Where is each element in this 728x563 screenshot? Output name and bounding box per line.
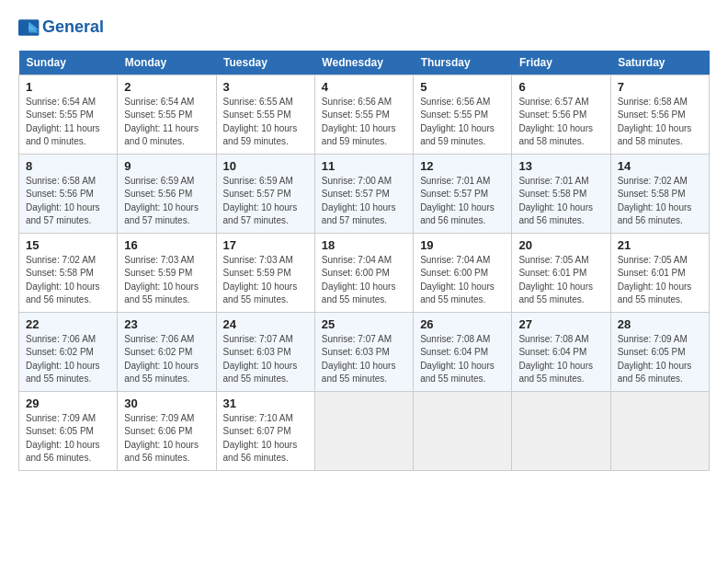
calendar-cell: 31 Sunrise: 7:10 AM Sunset: 6:07 PM Dayl… [216, 391, 314, 470]
day-info: Sunrise: 7:07 AM Sunset: 6:03 PM Dayligh… [223, 334, 298, 385]
day-number: 11 [322, 159, 406, 173]
day-info: Sunrise: 6:59 AM Sunset: 5:57 PM Dayligh… [223, 176, 298, 226]
col-header-saturday: Saturday [610, 51, 709, 75]
calendar-cell: 6 Sunrise: 6:57 AM Sunset: 5:56 PM Dayli… [512, 75, 610, 154]
calendar-cell: 14 Sunrise: 7:02 AM Sunset: 5:58 PM Dayl… [610, 154, 709, 233]
col-header-wednesday: Wednesday [314, 51, 413, 75]
calendar-cell: 27 Sunrise: 7:08 AM Sunset: 6:04 PM Dayl… [512, 312, 610, 391]
day-info: Sunrise: 7:05 AM Sunset: 6:01 PM Dayligh… [618, 255, 692, 305]
day-info: Sunrise: 7:06 AM Sunset: 6:02 PM Dayligh… [26, 334, 100, 385]
calendar-cell: 1 Sunrise: 6:54 AM Sunset: 5:55 PM Dayli… [19, 75, 118, 154]
calendar-cell: 11 Sunrise: 7:00 AM Sunset: 5:57 PM Dayl… [314, 154, 413, 233]
day-info: Sunrise: 7:04 AM Sunset: 6:00 PM Dayligh… [420, 255, 495, 305]
calendar-cell: 18 Sunrise: 7:04 AM Sunset: 6:00 PM Dayl… [314, 233, 413, 312]
day-info: Sunrise: 7:01 AM Sunset: 5:58 PM Dayligh… [518, 176, 593, 226]
day-info: Sunrise: 7:10 AM Sunset: 6:07 PM Dayligh… [223, 413, 298, 464]
day-number: 5 [420, 80, 505, 94]
day-number: 20 [518, 238, 603, 252]
col-header-friday: Friday [512, 51, 610, 75]
calendar-cell: 22 Sunrise: 7:06 AM Sunset: 6:02 PM Dayl… [19, 312, 118, 391]
calendar-cell: 17 Sunrise: 7:03 AM Sunset: 5:59 PM Dayl… [216, 233, 314, 312]
calendar-cell [512, 391, 610, 470]
day-number: 13 [518, 159, 603, 173]
day-number: 17 [223, 238, 308, 252]
col-header-thursday: Thursday [414, 51, 512, 75]
day-info: Sunrise: 6:54 AM Sunset: 5:55 PM Dayligh… [26, 97, 100, 147]
day-info: Sunrise: 7:00 AM Sunset: 5:57 PM Dayligh… [322, 176, 396, 226]
day-info: Sunrise: 6:56 AM Sunset: 5:55 PM Dayligh… [420, 97, 495, 147]
calendar-cell: 16 Sunrise: 7:03 AM Sunset: 5:59 PM Dayl… [118, 233, 216, 312]
calendar-cell: 2 Sunrise: 6:54 AM Sunset: 5:55 PM Dayli… [118, 75, 216, 154]
day-number: 15 [26, 238, 110, 252]
day-number: 27 [518, 317, 603, 331]
day-info: Sunrise: 7:06 AM Sunset: 6:02 PM Dayligh… [124, 334, 199, 385]
calendar-cell: 23 Sunrise: 7:06 AM Sunset: 6:02 PM Dayl… [118, 312, 216, 391]
col-header-sunday: Sunday [19, 51, 118, 75]
day-info: Sunrise: 7:05 AM Sunset: 6:01 PM Dayligh… [518, 255, 593, 305]
day-info: Sunrise: 7:08 AM Sunset: 6:04 PM Dayligh… [420, 334, 495, 385]
day-info: Sunrise: 7:01 AM Sunset: 5:57 PM Dayligh… [420, 176, 495, 226]
calendar-cell: 30 Sunrise: 7:09 AM Sunset: 6:06 PM Dayl… [118, 391, 216, 470]
calendar-cell: 4 Sunrise: 6:56 AM Sunset: 5:55 PM Dayli… [314, 75, 413, 154]
calendar-cell [414, 391, 512, 470]
day-info: Sunrise: 6:54 AM Sunset: 5:55 PM Dayligh… [124, 97, 199, 147]
day-number: 29 [26, 396, 110, 410]
day-info: Sunrise: 7:03 AM Sunset: 5:59 PM Dayligh… [124, 255, 199, 305]
day-number: 25 [322, 317, 406, 331]
day-info: Sunrise: 6:55 AM Sunset: 5:55 PM Dayligh… [223, 97, 298, 147]
day-number: 21 [618, 238, 702, 252]
day-info: Sunrise: 6:58 AM Sunset: 5:56 PM Dayligh… [26, 176, 100, 226]
day-info: Sunrise: 7:09 AM Sunset: 6:06 PM Dayligh… [124, 413, 199, 464]
logo-icon [18, 19, 40, 36]
day-info: Sunrise: 7:02 AM Sunset: 5:58 PM Dayligh… [26, 255, 100, 305]
calendar-cell: 7 Sunrise: 6:58 AM Sunset: 5:56 PM Dayli… [610, 75, 709, 154]
day-number: 28 [618, 317, 702, 331]
day-number: 7 [618, 80, 702, 94]
logo: General [18, 18, 104, 37]
calendar-cell: 8 Sunrise: 6:58 AM Sunset: 5:56 PM Dayli… [19, 154, 118, 233]
day-number: 18 [322, 238, 406, 252]
day-number: 10 [223, 159, 308, 173]
calendar-cell: 10 Sunrise: 6:59 AM Sunset: 5:57 PM Dayl… [216, 154, 314, 233]
day-number: 26 [420, 317, 505, 331]
day-info: Sunrise: 7:09 AM Sunset: 6:05 PM Dayligh… [618, 334, 692, 385]
day-number: 23 [124, 317, 209, 331]
day-number: 1 [26, 80, 110, 94]
col-header-monday: Monday [118, 51, 216, 75]
day-number: 14 [618, 159, 702, 173]
calendar-cell: 25 Sunrise: 7:07 AM Sunset: 6:03 PM Dayl… [314, 312, 413, 391]
day-number: 4 [322, 80, 406, 94]
calendar-cell: 3 Sunrise: 6:55 AM Sunset: 5:55 PM Dayli… [216, 75, 314, 154]
day-number: 12 [420, 159, 505, 173]
day-number: 24 [223, 317, 308, 331]
day-info: Sunrise: 7:08 AM Sunset: 6:04 PM Dayligh… [518, 334, 593, 385]
day-number: 6 [518, 80, 603, 94]
day-number: 19 [420, 238, 505, 252]
col-header-tuesday: Tuesday [216, 51, 314, 75]
calendar-cell: 12 Sunrise: 7:01 AM Sunset: 5:57 PM Dayl… [414, 154, 512, 233]
calendar-cell: 15 Sunrise: 7:02 AM Sunset: 5:58 PM Dayl… [19, 233, 118, 312]
calendar-cell: 21 Sunrise: 7:05 AM Sunset: 6:01 PM Dayl… [610, 233, 709, 312]
day-info: Sunrise: 7:03 AM Sunset: 5:59 PM Dayligh… [223, 255, 298, 305]
day-number: 31 [223, 396, 308, 410]
calendar-cell [314, 391, 413, 470]
day-number: 3 [223, 80, 308, 94]
calendar-cell: 24 Sunrise: 7:07 AM Sunset: 6:03 PM Dayl… [216, 312, 314, 391]
day-number: 16 [124, 238, 209, 252]
day-number: 8 [26, 159, 110, 173]
calendar-cell: 29 Sunrise: 7:09 AM Sunset: 6:05 PM Dayl… [19, 391, 118, 470]
day-number: 2 [124, 80, 209, 94]
calendar-cell: 5 Sunrise: 6:56 AM Sunset: 5:55 PM Dayli… [414, 75, 512, 154]
day-info: Sunrise: 6:58 AM Sunset: 5:56 PM Dayligh… [618, 97, 692, 147]
calendar-cell: 19 Sunrise: 7:04 AM Sunset: 6:00 PM Dayl… [414, 233, 512, 312]
calendar-cell: 28 Sunrise: 7:09 AM Sunset: 6:05 PM Dayl… [610, 312, 709, 391]
day-info: Sunrise: 6:59 AM Sunset: 5:56 PM Dayligh… [124, 176, 199, 226]
day-info: Sunrise: 6:57 AM Sunset: 5:56 PM Dayligh… [518, 97, 593, 147]
day-info: Sunrise: 7:02 AM Sunset: 5:58 PM Dayligh… [618, 176, 692, 226]
day-number: 22 [26, 317, 110, 331]
calendar-cell: 26 Sunrise: 7:08 AM Sunset: 6:04 PM Dayl… [414, 312, 512, 391]
day-info: Sunrise: 7:07 AM Sunset: 6:03 PM Dayligh… [322, 334, 396, 385]
calendar-cell: 9 Sunrise: 6:59 AM Sunset: 5:56 PM Dayli… [118, 154, 216, 233]
logo-text: General [42, 18, 104, 37]
calendar-cell [610, 391, 709, 470]
